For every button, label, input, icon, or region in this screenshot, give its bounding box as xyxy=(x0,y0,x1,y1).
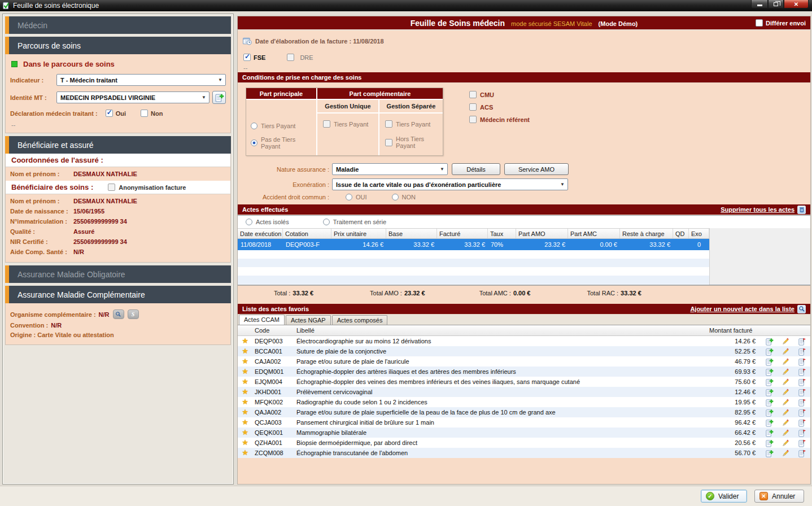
favoris-row[interactable]: ★QEQK001Mammographie bilatérale66.42 € xyxy=(238,428,810,438)
gs-tiers-payant-checkbox[interactable] xyxy=(385,120,392,128)
add-medecin-button[interactable] xyxy=(212,91,226,104)
non-checkbox[interactable] xyxy=(141,110,148,117)
section-header-medecin[interactable]: Médecin xyxy=(5,16,231,34)
add-act-button[interactable] xyxy=(761,439,778,447)
add-act-button[interactable] xyxy=(761,449,778,457)
favoris-row[interactable]: ★BCCA001Suture de plaie de la conjonctiv… xyxy=(238,346,810,356)
favoris-row[interactable]: ★QAJA002Parage et/ou suture de plaie sup… xyxy=(238,407,810,417)
indicateur-select[interactable]: T - Médecin traitant ▼ xyxy=(56,74,226,86)
cmu-option[interactable]: CMU xyxy=(469,91,530,98)
restore-button[interactable] xyxy=(768,0,784,8)
add-act-button[interactable] xyxy=(761,418,778,427)
delete-all-button[interactable] xyxy=(797,206,806,214)
col-base[interactable]: Base xyxy=(386,229,437,238)
section-header-parcours[interactable]: Parcours de soins xyxy=(5,37,231,54)
details-button[interactable]: Détails xyxy=(452,163,500,175)
section-header-amo[interactable]: Assurance Maladie Obligatoire xyxy=(5,265,231,283)
annuler-button[interactable]: ✕ Annuler xyxy=(754,490,804,503)
col-cotation[interactable]: Cotation xyxy=(283,229,331,238)
differer-envoi-option[interactable]: Différer envoi xyxy=(756,19,806,27)
remove-act-button[interactable] xyxy=(794,398,810,407)
tab-actes-ngap[interactable]: Actes NGAP xyxy=(286,315,331,325)
add-act-button[interactable] xyxy=(761,378,778,386)
edit-act-button[interactable] xyxy=(778,357,794,366)
favoris-row[interactable]: ★ZCQM008Échographie transcutanée de l'ab… xyxy=(238,448,810,458)
section-header-beneficiaire[interactable]: Bénéficiaire et assuré xyxy=(5,136,231,154)
acs-option[interactable]: ACS xyxy=(469,103,530,111)
anonymisation-option[interactable]: Anonymisation facture xyxy=(108,184,186,191)
remove-act-button[interactable] xyxy=(794,378,810,386)
add-act-button[interactable] xyxy=(761,347,778,356)
hors-tiers-payant-checkbox[interactable] xyxy=(385,139,392,146)
accident-non-option[interactable]: NON xyxy=(392,194,416,200)
gs-tiers-payant-option[interactable]: Tiers Payant xyxy=(385,120,443,128)
search-act-button[interactable] xyxy=(797,305,806,313)
edit-act-button[interactable] xyxy=(778,337,794,346)
remove-act-button[interactable] xyxy=(794,408,810,417)
remove-act-button[interactable] xyxy=(794,388,810,396)
favoris-row[interactable]: ★EDQM001Échographie-doppler des artères … xyxy=(238,367,810,377)
supprimer-actes-link[interactable]: Supprimer tous les actes xyxy=(721,206,794,213)
accident-oui-radio[interactable] xyxy=(346,194,352,200)
tiers-payant-radio[interactable] xyxy=(251,123,257,129)
valider-button[interactable]: ✓ Valider xyxy=(701,490,747,503)
remove-act-button[interactable] xyxy=(794,357,810,366)
remove-act-button[interactable] xyxy=(794,347,810,356)
remove-act-button[interactable] xyxy=(794,337,810,346)
medecin-referent-option[interactable]: Médecin référent xyxy=(469,116,530,123)
col-exo[interactable]: Exo xyxy=(689,229,709,238)
calendar-icon[interactable] xyxy=(242,36,252,46)
col-reste-a-charge[interactable]: Reste à charge xyxy=(620,229,673,238)
col-code[interactable]: Code xyxy=(252,327,294,334)
col-prix-unitaire[interactable]: Prix unitaire xyxy=(331,229,386,238)
service-amo-button[interactable]: Service AMO xyxy=(504,163,569,175)
col-libelle[interactable]: Libellé xyxy=(294,327,709,334)
exoneration-select[interactable]: Issue de la carte vitale ou pas d'éxonér… xyxy=(332,178,568,190)
remove-act-button[interactable] xyxy=(794,449,810,457)
edit-act-button[interactable] xyxy=(778,408,794,417)
identite-select[interactable]: MEDECIN RPPSADELI VIRGINIE ▼ xyxy=(56,91,209,103)
edit-act-button[interactable] xyxy=(778,347,794,356)
oui-checkbox[interactable] xyxy=(106,110,113,117)
favoris-row[interactable]: ★QCJA003Pansement chirurgical initial de… xyxy=(238,417,810,428)
nature-assurance-select[interactable]: Maladie ▼ xyxy=(332,163,448,175)
col-date-execution[interactable]: Date exécution xyxy=(238,229,283,238)
close-button[interactable]: ✕ xyxy=(784,0,809,8)
edit-act-button[interactable] xyxy=(778,388,794,396)
favoris-row[interactable]: ★JKHD001Prélèvement cervicovaginal12.46 … xyxy=(238,387,810,397)
section-header-amc[interactable]: Assurance Maladie Complémentaire xyxy=(5,286,231,303)
edit-act-button[interactable] xyxy=(778,429,794,437)
gu-tiers-payant-option[interactable]: Tiers Payant xyxy=(323,120,378,128)
remove-act-button[interactable] xyxy=(794,439,810,447)
tab-actes-composes[interactable]: Actes composés xyxy=(332,315,388,325)
col-taux[interactable]: Taux xyxy=(488,229,516,238)
col-facture[interactable]: Facturé xyxy=(437,229,488,238)
favoris-row[interactable]: ★MFQK002Radiographie du coude selon 1 ou… xyxy=(238,397,810,407)
fse-checkbox[interactable] xyxy=(243,54,251,61)
favoris-row[interactable]: ★EJQM004Échographie-doppler des veines d… xyxy=(238,377,810,387)
gu-tiers-payant-checkbox[interactable] xyxy=(323,120,330,128)
favoris-row[interactable]: ★CAJA002Parage et/ou suture de plaie de … xyxy=(238,356,810,367)
declaration-oui[interactable]: Oui xyxy=(106,110,126,117)
differer-envoi-checkbox[interactable] xyxy=(756,19,763,27)
acte-row-selected[interactable]: 11/08/2018 DEQP003-F 14.26 € 33.32 € 33.… xyxy=(238,239,709,250)
accident-non-radio[interactable] xyxy=(392,194,399,200)
medecin-referent-checkbox[interactable] xyxy=(469,116,477,123)
edit-act-button[interactable] xyxy=(778,439,794,447)
hors-tiers-payant-option[interactable]: Hors Tiers Payant xyxy=(385,136,443,149)
traitement-serie-radio[interactable] xyxy=(323,219,330,225)
accident-oui-option[interactable]: OUI xyxy=(346,194,367,200)
actes-isoles-radio[interactable] xyxy=(246,219,252,225)
col-qd[interactable]: QD xyxy=(673,229,689,238)
add-act-button[interactable] xyxy=(761,408,778,417)
tab-actes-ccam[interactable]: Actes CCAM xyxy=(239,315,285,325)
actes-isoles-option[interactable]: Actes isolés xyxy=(246,219,289,225)
tiers-payant-option[interactable]: Tiers Payant xyxy=(251,123,316,129)
declaration-non[interactable]: Non xyxy=(141,110,163,117)
remove-act-button[interactable] xyxy=(794,429,810,437)
favoris-row[interactable]: ★DEQP003Électrocardiographie sur au moin… xyxy=(238,336,810,346)
remove-act-button[interactable] xyxy=(794,418,810,427)
edit-act-button[interactable] xyxy=(778,378,794,386)
traitement-serie-option[interactable]: Traitement en série xyxy=(323,219,386,225)
add-act-button[interactable] xyxy=(761,357,778,366)
